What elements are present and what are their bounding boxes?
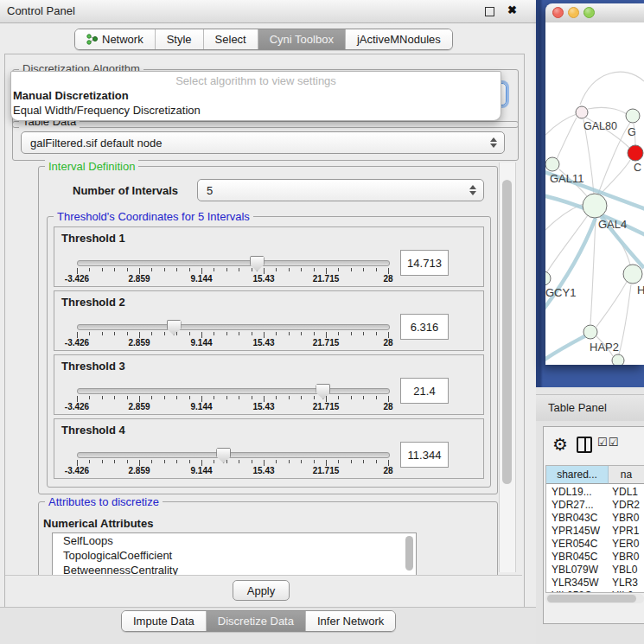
table-toolbar: ⚙ ☑☑ xyxy=(544,427,644,463)
list-item-topologicalcoefficient[interactable]: TopologicalCoefficient xyxy=(53,548,416,563)
network-edge xyxy=(619,284,631,354)
slider-track[interactable] xyxy=(77,324,390,330)
table-cell[interactable]: YDR27... xyxy=(552,499,594,511)
number-of-intervals-combo[interactable]: 5 xyxy=(197,179,484,201)
attributes-group-label: Attributes to discretize xyxy=(45,495,163,508)
table-panel-title: Table Panel xyxy=(548,401,607,414)
list-item-selfloops[interactable]: SelfLoops xyxy=(53,533,416,548)
table-cell[interactable]: YIL052C xyxy=(552,590,592,593)
network-node[interactable] xyxy=(628,145,643,161)
close-icon[interactable]: ✖ xyxy=(507,3,517,16)
numerical-attributes-list[interactable]: SelfLoopsTopologicalCoefficientBetweenne… xyxy=(52,532,417,577)
network-node[interactable] xyxy=(545,271,551,285)
network-graph: GAL80GCGAL11GAL4GCY1HHAP2 xyxy=(545,22,644,365)
table-data-combo-value: galFiltered.sif default node xyxy=(30,137,162,150)
column-header-na[interactable]: na xyxy=(609,466,644,484)
table-cell[interactable]: YBL0 xyxy=(612,564,637,576)
tab-label: Network xyxy=(102,33,143,46)
panel-scrollbar-thumb[interactable] xyxy=(502,180,512,484)
tab-impute-data[interactable]: Impute Data xyxy=(122,611,206,631)
network-node[interactable] xyxy=(612,354,624,365)
table-cell[interactable]: YLR3 xyxy=(612,577,638,589)
network-node[interactable] xyxy=(623,265,642,284)
dropdown-items: Manual DiscretizationEqual Width/Frequen… xyxy=(11,88,501,118)
table-panel-body: ⚙ ☑☑ shared...na YDL19...YDL1YDR27...YDR… xyxy=(536,421,644,644)
algorithm-dropdown-popup: Select algorithm to view settings Manual… xyxy=(10,71,501,121)
table-cell[interactable]: YBR0 xyxy=(612,551,639,563)
network-edge xyxy=(546,215,588,273)
table-cell[interactable]: YDL19... xyxy=(552,486,592,498)
network-node[interactable] xyxy=(545,157,559,171)
table-cell[interactable]: YDL1 xyxy=(612,486,638,498)
apply-button[interactable]: Apply xyxy=(233,580,290,601)
tab-label: Style xyxy=(167,33,192,46)
tab-cyni-toolbox[interactable]: Cyni Toolbox xyxy=(258,29,345,49)
threshold-panel-2: Threshold 2-3.4262.8599.14415.4321.71528… xyxy=(54,290,484,351)
threshold-value-field[interactable]: 6.316 xyxy=(400,314,449,340)
bottom-tab-bar: Impute DataDiscretize DataInfer Network xyxy=(121,610,396,632)
threshold-value-field[interactable]: 21.4 xyxy=(400,378,449,404)
table-cell[interactable]: YDR2 xyxy=(612,499,640,511)
threshold-panel-3: Threshold 3-3.4262.8599.14415.4321.71528… xyxy=(54,354,484,415)
checkbox-icons[interactable]: ☑☑ xyxy=(597,436,619,449)
threshold-value-field[interactable]: 11.344 xyxy=(400,442,449,468)
table-hscrollbar-thumb[interactable] xyxy=(547,595,636,603)
table-cell[interactable]: YBR0 xyxy=(612,512,639,524)
network-node[interactable] xyxy=(583,194,607,218)
threshold-value-field[interactable]: 14.713 xyxy=(400,250,449,276)
table-hscrollbar[interactable] xyxy=(545,594,644,603)
float-panel-icon[interactable] xyxy=(485,7,494,16)
network-node[interactable] xyxy=(626,109,640,123)
tab-label: Infer Network xyxy=(317,615,384,628)
column-header-shared-[interactable]: shared... xyxy=(546,466,609,484)
table-cell[interactable]: YBR045C xyxy=(552,551,597,563)
split-columns-icon[interactable] xyxy=(577,437,592,453)
gear-icon[interactable]: ⚙ xyxy=(552,434,568,455)
slider-tick-labels: -3.4262.8599.14415.4321.71528 xyxy=(77,466,388,476)
panel-scrollbar-track[interactable] xyxy=(499,163,516,572)
table-cell[interactable]: YER0 xyxy=(612,538,639,550)
slider-track[interactable] xyxy=(77,260,390,266)
slider-track[interactable] xyxy=(77,388,390,394)
thresholds-group-label: Threshold's Coordinates for 5 Intervals xyxy=(54,210,253,223)
tab-style[interactable]: Style xyxy=(155,29,203,49)
number-of-intervals-label: Number of Intervals xyxy=(73,184,178,197)
combo-arrows-icon xyxy=(490,137,497,148)
table-data-combo[interactable]: galFiltered.sif default node xyxy=(21,131,505,154)
table-cell[interactable]: YBR043C xyxy=(552,512,597,524)
tab-select[interactable]: Select xyxy=(203,29,258,49)
slider-track[interactable] xyxy=(77,452,390,458)
table-cell[interactable]: YLR345W xyxy=(552,577,599,589)
network-canvas[interactable]: GAL80GCGAL11GAL4GCY1HHAP2 xyxy=(545,22,644,365)
dropdown-item-manual-discretization[interactable]: Manual Discretization xyxy=(11,88,501,103)
table-cell[interactable]: YBL079W xyxy=(552,564,598,576)
network-edge xyxy=(598,123,630,194)
table-cell[interactable]: YPR145W xyxy=(552,525,600,537)
table-cell[interactable]: YER054C xyxy=(552,538,597,550)
node-table[interactable]: shared...na YDL19...YDL1YDR27...YDR2YBR0… xyxy=(545,465,644,593)
tab-infer-network[interactable]: Infer Network xyxy=(305,611,395,631)
tab-label: Cyni Toolbox xyxy=(270,33,334,46)
network-edge xyxy=(545,335,588,361)
network-icon xyxy=(86,34,98,45)
table-panel-titlebar: Table Panel xyxy=(536,394,644,422)
panel-separator xyxy=(536,387,644,394)
tab-discretize-data[interactable]: Discretize Data xyxy=(206,611,305,631)
close-traffic-light-icon[interactable] xyxy=(552,7,564,18)
threshold-label: Threshold 4 xyxy=(61,424,125,437)
dropdown-item-equal-width-frequency-discretization[interactable]: Equal Width/Frequency Discretization xyxy=(11,103,501,118)
minimize-traffic-light-icon[interactable] xyxy=(568,7,579,18)
tab-label: Impute Data xyxy=(133,615,194,628)
network-node[interactable] xyxy=(576,106,588,118)
list-scrollbar[interactable] xyxy=(405,536,413,571)
table-cell[interactable]: YIL0 xyxy=(612,590,634,593)
tab-network[interactable]: Network xyxy=(75,29,155,49)
control-panel-titlebar: Control Panel ✖ xyxy=(0,0,536,23)
network-window: GAL80GCGAL11GAL4GCY1HHAP2 xyxy=(545,3,644,365)
zoom-traffic-light-icon[interactable] xyxy=(583,7,595,18)
network-node[interactable] xyxy=(583,325,597,339)
node-label-h: H xyxy=(637,284,644,296)
top-tab-bar: NetworkStyleSelectCyni ToolboxjActiveMNo… xyxy=(74,29,453,50)
table-cell[interactable]: YPR1 xyxy=(612,525,639,537)
tab-jactivemnodules[interactable]: jActiveMNodules xyxy=(345,29,452,49)
